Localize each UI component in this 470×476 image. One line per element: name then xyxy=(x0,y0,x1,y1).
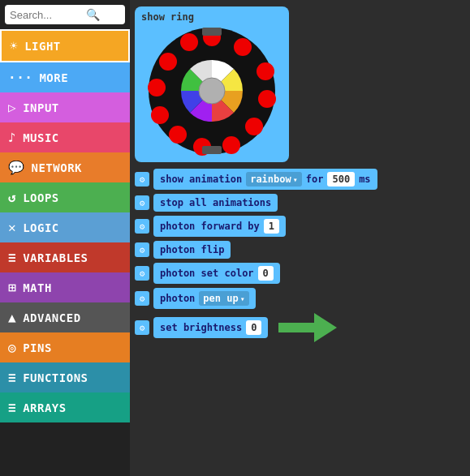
photon-text: photon xyxy=(160,293,195,304)
for-text: for xyxy=(306,174,324,185)
gear-photon-forward[interactable]: ⚙ xyxy=(135,219,149,234)
svg-point-2 xyxy=(234,38,252,56)
photon-forward-input[interactable]: 1 xyxy=(264,219,279,234)
sidebar-item-arrays[interactable]: ≡ ARRAYS xyxy=(0,392,130,422)
arrow-head xyxy=(314,313,337,342)
svg-point-12 xyxy=(180,33,198,51)
arrow-body xyxy=(278,323,314,332)
search-icon: 🔍 xyxy=(86,8,100,21)
show-ring-block: show ring xyxy=(135,6,289,162)
block-photon-set-color: photon set color 0 xyxy=(153,263,280,284)
advanced-icon: ▲ xyxy=(8,310,16,325)
sidebar-item-logic[interactable]: ✕ LOGIC xyxy=(0,212,130,242)
svg-point-3 xyxy=(257,62,274,80)
sidebar-label-more: MORE xyxy=(39,71,68,84)
sidebar-label-advanced: ADVANCED xyxy=(23,311,80,324)
svg-point-9 xyxy=(151,106,169,124)
gear-photon-flip[interactable]: ⚙ xyxy=(135,242,149,257)
svg-point-4 xyxy=(258,90,276,108)
ring-preview xyxy=(147,26,277,156)
gear-stop-animations[interactable]: ⚙ xyxy=(135,195,149,210)
svg-rect-15 xyxy=(202,146,222,154)
svg-point-6 xyxy=(222,136,240,154)
photon-set-color-text: photon set color xyxy=(160,268,254,279)
brightness-input[interactable]: 0 xyxy=(246,320,261,335)
music-icon: ♪ xyxy=(8,130,16,145)
green-arrow-indicator xyxy=(278,313,337,342)
gear-photon-pen[interactable]: ⚙ xyxy=(135,291,149,306)
sidebar-label-light: LIGHT xyxy=(24,40,61,53)
stop-animations-text: stop all animations xyxy=(160,197,271,208)
sidebar-item-variables[interactable]: ≡ VARIABLES xyxy=(0,242,130,272)
light-icon: ☀ xyxy=(10,38,18,54)
more-icon: ··· xyxy=(8,70,32,85)
sidebar-label-arrays: ARRAYS xyxy=(23,401,67,414)
block-row-photon-pen: ⚙ photon pen up xyxy=(135,288,465,309)
animation-duration-input[interactable]: 500 xyxy=(327,172,355,187)
block-photon-flip: photon flip xyxy=(153,241,231,259)
photon-color-input[interactable]: 0 xyxy=(258,266,274,281)
arrays-icon: ≡ xyxy=(8,400,16,415)
svg-point-8 xyxy=(169,126,187,144)
search-box[interactable]: 🔍 xyxy=(5,5,125,24)
photon-flip-text: photon flip xyxy=(160,244,224,255)
sidebar-label-math: MATH xyxy=(23,281,52,294)
block-row-photon-flip: ⚙ photon flip xyxy=(135,241,465,259)
sidebar-item-loops[interactable]: ↺ LOOPS xyxy=(0,182,130,212)
sidebar-label-music: MUSIC xyxy=(23,131,59,144)
sidebar-label-input: INPUT xyxy=(23,101,59,114)
functions-icon: ≡ xyxy=(8,370,16,385)
sidebar-label-logic: LOGIC xyxy=(23,221,59,234)
main-area: show ring xyxy=(130,0,470,476)
block-set-brightness: set brightness 0 xyxy=(153,317,268,338)
ms-text: ms xyxy=(359,174,370,185)
block-photon-pen: photon pen up xyxy=(153,288,256,309)
set-brightness-text: set brightness xyxy=(160,322,242,333)
sidebar-item-input[interactable]: ▷ INPUT xyxy=(0,92,130,122)
block-row-show-animation: ⚙ show animation rainbow for 500 ms xyxy=(135,169,465,190)
math-icon: ⊞ xyxy=(8,280,16,295)
block-row-photon-forward: ⚙ photon forward by 1 xyxy=(135,216,465,237)
show-animation-text: show animation xyxy=(160,174,242,185)
logic-icon: ✕ xyxy=(8,220,16,235)
blocks-area: ⚙ show animation rainbow for 500 ms ⚙ st… xyxy=(135,169,465,342)
sidebar-label-variables: VARIABLES xyxy=(23,251,88,264)
svg-point-5 xyxy=(245,118,263,135)
svg-point-10 xyxy=(148,79,166,96)
network-icon: 💬 xyxy=(8,160,25,175)
input-icon: ▷ xyxy=(8,100,16,115)
photon-forward-text: photon forward by xyxy=(160,221,260,232)
show-ring-label: show ring xyxy=(141,11,282,23)
sidebar-item-functions[interactable]: ≡ FUNCTIONS xyxy=(0,362,130,392)
svg-point-11 xyxy=(159,53,177,71)
pen-dropdown[interactable]: pen up xyxy=(199,291,248,306)
sidebar-item-network[interactable]: 💬 NETWORK xyxy=(0,152,130,182)
loops-icon: ↺ xyxy=(8,190,16,205)
block-show-animation: show animation rainbow for 500 ms xyxy=(153,169,377,190)
sidebar-label-functions: FUNCTIONS xyxy=(23,371,88,384)
gear-photon-set-color[interactable]: ⚙ xyxy=(135,266,149,281)
sidebar: 🔍 ☀ LIGHT ··· MORE ▷ INPUT ♪ MUSIC 💬 NET… xyxy=(0,0,130,476)
search-input[interactable] xyxy=(10,9,83,21)
sidebar-label-loops: LOOPS xyxy=(23,191,59,204)
sidebar-label-pins: PINS xyxy=(23,341,52,354)
block-row-set-brightness: ⚙ set brightness 0 xyxy=(135,313,465,342)
sidebar-item-light[interactable]: ☀ LIGHT xyxy=(0,29,130,62)
sidebar-item-music[interactable]: ♪ MUSIC xyxy=(0,122,130,152)
sidebar-label-network: NETWORK xyxy=(32,161,83,174)
variables-icon: ≡ xyxy=(8,250,16,265)
animation-dropdown[interactable]: rainbow xyxy=(246,172,302,187)
pins-icon: ◎ xyxy=(8,340,16,355)
svg-rect-14 xyxy=(202,28,222,36)
sidebar-item-advanced[interactable]: ▲ ADVANCED xyxy=(0,302,130,332)
sidebar-item-more[interactable]: ··· MORE xyxy=(0,62,130,92)
sidebar-item-pins[interactable]: ◎ PINS xyxy=(0,332,130,362)
block-stop-animations: stop all animations xyxy=(153,194,278,212)
gear-set-brightness[interactable]: ⚙ xyxy=(135,320,149,335)
block-row-stop-animations: ⚙ stop all animations xyxy=(135,194,465,212)
sidebar-item-math[interactable]: ⊞ MATH xyxy=(0,272,130,302)
gear-show-animation[interactable]: ⚙ xyxy=(135,172,149,187)
block-row-photon-set-color: ⚙ photon set color 0 xyxy=(135,263,465,284)
svg-point-13 xyxy=(199,78,225,104)
block-photon-forward: photon forward by 1 xyxy=(153,216,286,237)
